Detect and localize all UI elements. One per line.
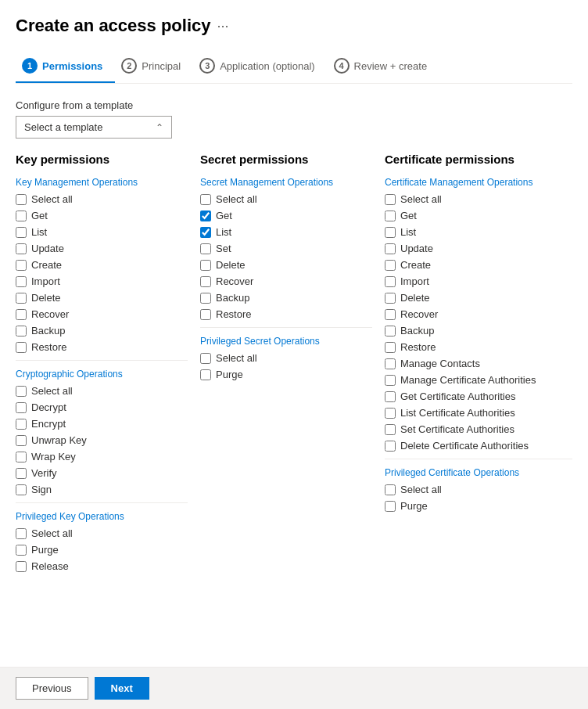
cert-select-all[interactable]: Select all — [385, 193, 572, 206]
cert-select-all-checkbox[interactable] — [385, 194, 396, 205]
secret-get[interactable]: Get — [200, 209, 372, 222]
key-restore-checkbox[interactable] — [16, 342, 27, 353]
cert-priv-select-all[interactable]: Select all — [385, 483, 572, 496]
template-dropdown[interactable]: Select a template ⌃ — [16, 116, 172, 139]
secret-privileged-ops-label[interactable]: Privileged Secret Operations — [200, 336, 372, 347]
tab-review[interactable]: 4 Review + create — [328, 50, 440, 83]
cert-list-ca-checkbox[interactable] — [385, 408, 396, 419]
cert-delete-ca[interactable]: Delete Certificate Authorities — [385, 439, 572, 452]
cert-get-ca-checkbox[interactable] — [385, 391, 396, 402]
cert-manage-contacts[interactable]: Manage Contacts — [385, 357, 572, 370]
key-crypto-select-all-checkbox[interactable] — [16, 386, 27, 397]
key-encrypt-checkbox[interactable] — [16, 419, 27, 430]
secret-select-all-checkbox[interactable] — [200, 194, 211, 205]
cert-delete[interactable]: Delete — [385, 291, 572, 304]
cert-purge[interactable]: Purge — [385, 499, 572, 513]
key-sign-checkbox[interactable] — [16, 484, 27, 495]
cert-delete-ca-checkbox[interactable] — [385, 441, 396, 452]
cert-list-ca[interactable]: List Certificate Authorities — [385, 406, 572, 419]
key-wrap[interactable]: Wrap Key — [16, 450, 188, 463]
cert-restore-checkbox[interactable] — [385, 342, 396, 353]
key-encrypt[interactable]: Encrypt — [16, 417, 188, 430]
cert-priv-select-all-checkbox[interactable] — [385, 484, 396, 495]
cert-recover-checkbox[interactable] — [385, 309, 396, 320]
secret-priv-select-all[interactable]: Select all — [200, 351, 372, 365]
cert-list-checkbox[interactable] — [385, 227, 396, 238]
secret-restore[interactable]: Restore — [200, 308, 372, 321]
tab-permissions[interactable]: 1 Permissions — [16, 50, 115, 83]
tab-application[interactable]: 3 Application (optional) — [193, 50, 327, 83]
key-unwrap[interactable]: Unwrap Key — [16, 434, 188, 447]
page-menu-icon[interactable]: ··· — [217, 18, 228, 34]
key-purge-checkbox[interactable] — [16, 545, 27, 556]
cert-backup[interactable]: Backup — [385, 324, 572, 337]
cert-list[interactable]: List — [385, 225, 572, 239]
key-select-all[interactable]: Select all — [16, 193, 188, 206]
previous-button[interactable]: Previous — [16, 677, 88, 700]
secret-recover-checkbox[interactable] — [200, 276, 211, 287]
key-decrypt-checkbox[interactable] — [16, 402, 27, 413]
key-import[interactable]: Import — [16, 275, 188, 288]
key-decrypt[interactable]: Decrypt — [16, 401, 188, 414]
key-release[interactable]: Release — [16, 560, 188, 573]
secret-mgmt-ops-label[interactable]: Secret Management Operations — [200, 177, 372, 188]
key-update[interactable]: Update — [16, 242, 188, 255]
key-unwrap-checkbox[interactable] — [16, 435, 27, 446]
cert-set-ca[interactable]: Set Certificate Authorities — [385, 423, 572, 436]
secret-delete-checkbox[interactable] — [200, 260, 211, 271]
key-restore[interactable]: Restore — [16, 340, 188, 354]
cert-set-ca-checkbox[interactable] — [385, 424, 396, 435]
key-purge[interactable]: Purge — [16, 543, 188, 556]
cert-import[interactable]: Import — [385, 275, 572, 288]
key-backup[interactable]: Backup — [16, 324, 188, 337]
cert-update[interactable]: Update — [385, 242, 572, 255]
key-recover-checkbox[interactable] — [16, 309, 27, 320]
key-recover[interactable]: Recover — [16, 308, 188, 321]
secret-purge-checkbox[interactable] — [200, 369, 211, 380]
secret-recover[interactable]: Recover — [200, 275, 372, 288]
key-create[interactable]: Create — [16, 258, 188, 272]
secret-priv-select-all-checkbox[interactable] — [200, 353, 211, 364]
next-button[interactable]: Next — [95, 677, 149, 700]
secret-backup[interactable]: Backup — [200, 291, 372, 304]
cert-delete-checkbox[interactable] — [385, 293, 396, 304]
key-crypto-select-all[interactable]: Select all — [16, 384, 188, 398]
key-release-checkbox[interactable] — [16, 561, 27, 572]
cert-privileged-ops-label[interactable]: Privileged Certificate Operations — [385, 467, 572, 478]
key-get[interactable]: Get — [16, 209, 188, 222]
key-verify-checkbox[interactable] — [16, 468, 27, 479]
secret-get-checkbox[interactable] — [200, 211, 211, 221]
secret-backup-checkbox[interactable] — [200, 293, 211, 304]
secret-list-checkbox[interactable] — [200, 227, 211, 238]
key-delete[interactable]: Delete — [16, 291, 188, 304]
cert-update-checkbox[interactable] — [385, 243, 396, 254]
cert-manage-contacts-checkbox[interactable] — [385, 358, 396, 369]
key-create-checkbox[interactable] — [16, 260, 27, 271]
cert-create-checkbox[interactable] — [385, 260, 396, 271]
secret-restore-checkbox[interactable] — [200, 309, 211, 320]
key-privileged-ops-label[interactable]: Privileged Key Operations — [16, 511, 188, 522]
key-select-all-checkbox[interactable] — [16, 194, 27, 205]
cert-get[interactable]: Get — [385, 209, 572, 222]
secret-delete[interactable]: Delete — [200, 258, 372, 272]
key-list[interactable]: List — [16, 225, 188, 239]
cert-manage-ca[interactable]: Manage Certificate Authorities — [385, 373, 572, 387]
cert-import-checkbox[interactable] — [385, 276, 396, 287]
secret-set[interactable]: Set — [200, 242, 372, 255]
cert-create[interactable]: Create — [385, 258, 572, 272]
key-import-checkbox[interactable] — [16, 276, 27, 287]
key-backup-checkbox[interactable] — [16, 326, 27, 337]
secret-set-checkbox[interactable] — [200, 243, 211, 254]
key-delete-checkbox[interactable] — [16, 293, 27, 304]
key-sign[interactable]: Sign — [16, 483, 188, 496]
key-wrap-checkbox[interactable] — [16, 452, 27, 462]
cert-get-checkbox[interactable] — [385, 211, 396, 221]
cert-purge-checkbox[interactable] — [385, 501, 396, 512]
key-priv-select-all-checkbox[interactable] — [16, 528, 27, 539]
cert-manage-ca-checkbox[interactable] — [385, 375, 396, 386]
key-get-checkbox[interactable] — [16, 211, 27, 221]
cert-restore[interactable]: Restore — [385, 340, 572, 354]
cert-get-ca[interactable]: Get Certificate Authorities — [385, 390, 572, 403]
tab-principal[interactable]: 2 Principal — [115, 50, 193, 83]
secret-list[interactable]: List — [200, 225, 372, 239]
